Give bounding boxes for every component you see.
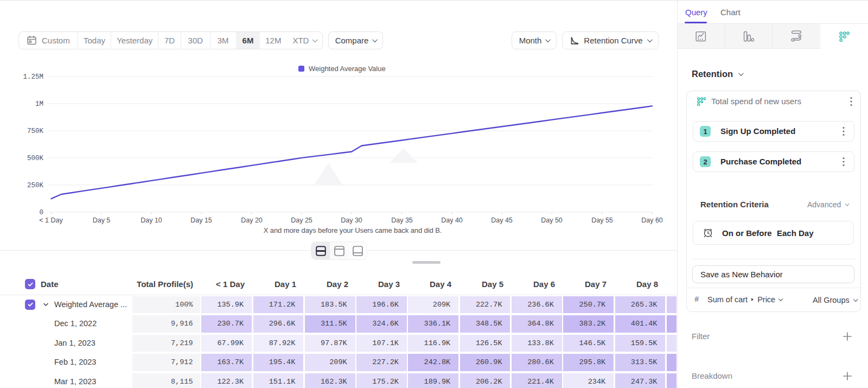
svg-text:750K: 750K <box>27 128 44 135</box>
svg-text:500K: 500K <box>27 155 44 162</box>
svg-text:250K: 250K <box>27 182 44 189</box>
svg-text:1M: 1M <box>35 100 43 108</box>
svg-text:0: 0 <box>39 209 43 217</box>
svg-text:1.25M: 1.25M <box>23 73 43 81</box>
